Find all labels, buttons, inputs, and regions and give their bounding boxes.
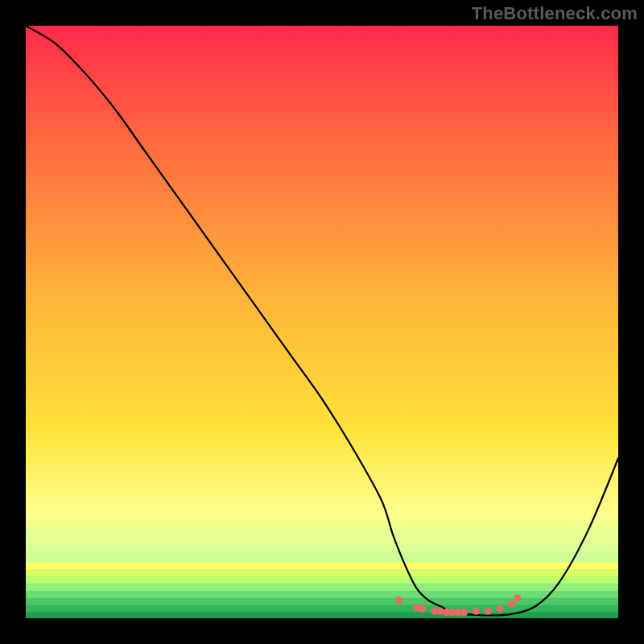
optimal-dot bbox=[460, 609, 468, 616]
optimal-dot bbox=[419, 605, 427, 613]
page-container: TheBottleneck.com bbox=[0, 0, 644, 644]
plot-area bbox=[26, 26, 618, 618]
optimal-dot bbox=[473, 608, 480, 615]
optimal-dot bbox=[484, 608, 491, 615]
attribution-text: TheBottleneck.com bbox=[472, 3, 638, 24]
optimal-dot bbox=[395, 597, 402, 604]
optimal-dot bbox=[514, 594, 521, 601]
optimal-dot bbox=[496, 605, 503, 613]
optimal-range-dots bbox=[26, 26, 618, 618]
optimal-dot bbox=[508, 601, 515, 608]
